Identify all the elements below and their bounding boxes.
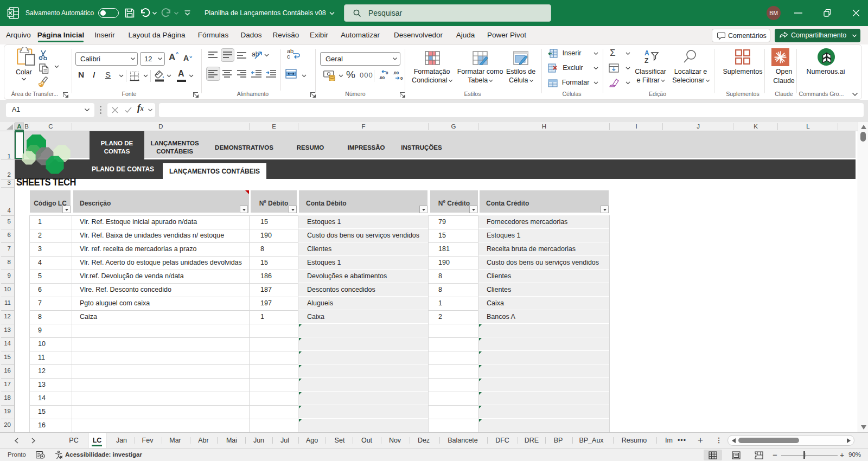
svg-text:.00: .00 (379, 75, 385, 80)
svg-text:A: A (644, 49, 649, 57)
svg-text:.00: .00 (393, 71, 399, 75)
svg-text:0: 0 (386, 71, 388, 75)
svg-text:0: 0 (400, 76, 403, 80)
svg-text:Z: Z (644, 57, 648, 63)
